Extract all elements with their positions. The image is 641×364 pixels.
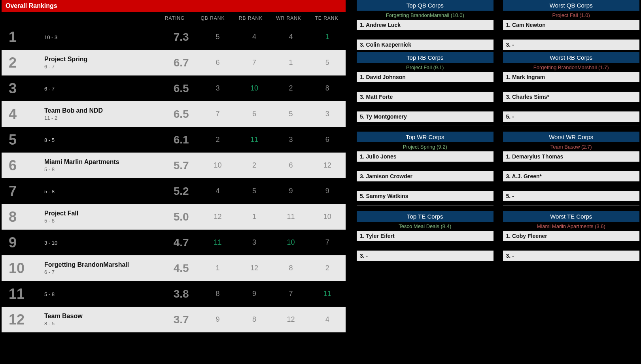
team-record: 6 - 7: [44, 269, 163, 275]
panel-divider: [357, 205, 494, 206]
panel-gap: [357, 102, 494, 111]
table-row: 93 - 104.7113107: [2, 230, 346, 255]
corps-panel: Worst TE CorpsMiami Marlin Apartments (3…: [503, 211, 640, 261]
panel-item: 3. -: [357, 251, 494, 261]
te-rank: 12: [309, 161, 346, 170]
table-title: Overall Rankings: [2, 0, 346, 12]
wr-rank: 12: [272, 315, 309, 324]
panel-item: 1. Coby Fleener: [503, 231, 640, 241]
panel-gap: [357, 162, 494, 171]
panel-item: 3. Charles Sims*: [503, 92, 640, 102]
panel-item: 3. Matt Forte: [357, 92, 494, 102]
rank-number: 7: [2, 183, 44, 200]
panel-title: Worst WR Corps: [503, 132, 640, 142]
te-rank: 3: [309, 110, 346, 118]
rb-rank: 7: [236, 58, 272, 67]
te-rank: 8: [309, 84, 346, 92]
team-cell: Miami Marlin Apartments5 - 8: [44, 158, 163, 172]
corps-panel: Top QB CorpsForgetting BrandonMarshall (…: [357, 0, 494, 50]
rb-rank: 8: [236, 315, 272, 324]
col-rb: RB RANK: [232, 15, 270, 21]
table-row: 4Team Bob and NDD11 - 26.57653: [2, 101, 346, 127]
team-name: Team Basow: [44, 313, 163, 320]
qb-rank: 4: [199, 187, 236, 195]
wr-rank: 3: [272, 136, 309, 144]
panel-subtitle: Project Fall (1.0): [503, 11, 640, 20]
rating-value: 6.7: [163, 57, 199, 69]
corps-panel: Top WR CorpsProject Spring (9.2)1. Julio…: [357, 132, 494, 201]
qb-rank: 1: [199, 264, 236, 272]
panel-divider: [357, 126, 494, 126]
team-cell: 5 - 8: [44, 188, 163, 194]
te-rank: 4: [309, 315, 346, 324]
team-name: Team Bob and NDD: [44, 107, 163, 114]
wr-rank: 1: [272, 58, 309, 67]
panel-gap: [357, 241, 494, 251]
corps-panel: Worst RB CorpsForgetting BrandonMarshall…: [503, 52, 640, 122]
rating-value: 6.5: [163, 82, 199, 95]
te-rank: 7: [309, 238, 346, 247]
rating-value: 3.7: [163, 313, 199, 326]
rating-value: 5.2: [163, 185, 199, 198]
rating-value: 5.0: [163, 211, 199, 223]
wr-rank: 10: [272, 238, 309, 247]
panel-item: 1. Andrew Luck: [357, 20, 494, 30]
rank-number: 12: [2, 311, 44, 328]
rank-number: 10: [2, 260, 44, 277]
team-record: 5 - 8: [44, 218, 163, 224]
rb-rank: 6: [236, 110, 272, 118]
qb-rank: 12: [199, 213, 236, 221]
panel-item: 3. Colin Kaepernick: [357, 40, 494, 50]
table-row: 75 - 85.24599: [2, 178, 346, 204]
rating-value: 3.8: [163, 288, 199, 300]
te-rank: 5: [309, 58, 346, 67]
panel-title: Worst QB Corps: [503, 0, 640, 11]
panel-subtitle: Project Fall (9.1): [357, 63, 494, 72]
rb-rank: 1: [236, 213, 272, 221]
panel-gap: [357, 30, 494, 40]
panel-item: 3. Jamison Crowder: [357, 171, 494, 181]
team-record: 6 - 7: [44, 86, 163, 92]
panel-item: 5. -: [503, 191, 640, 201]
wr-rank: 5: [272, 110, 309, 118]
team-name: Project Spring: [44, 56, 163, 63]
rank-number: 3: [2, 80, 44, 97]
rank-number: 1: [2, 29, 44, 45]
team-cell: 10 - 3: [44, 34, 163, 40]
rb-rank: 2: [236, 161, 272, 170]
wr-rank: 4: [272, 33, 309, 41]
panel-subtitle: Forgetting BrandonMarshall (10.0): [357, 11, 494, 20]
rank-number: 2: [2, 55, 44, 71]
table-row: 8Project Fall5 - 85.01211110: [2, 204, 346, 230]
team-record: 5 - 8: [44, 291, 163, 297]
panel-subtitle: Team Basow (2.7): [503, 142, 640, 151]
team-record: 6 - 7: [44, 64, 163, 70]
team-cell: 8 - 5: [44, 136, 163, 143]
te-rank: 1: [309, 33, 346, 41]
qb-rank: 2: [199, 136, 236, 144]
wr-rank: 7: [272, 290, 309, 298]
panel-gap: [503, 82, 640, 92]
te-rank: 2: [309, 264, 346, 272]
panel-gap: [503, 30, 640, 40]
team-cell: Team Basow8 - 5: [44, 313, 163, 326]
rb-rank: 5: [236, 187, 272, 195]
rating-value: 6.1: [163, 134, 199, 146]
team-cell: Team Bob and NDD11 - 2: [44, 107, 163, 121]
rank-number: 8: [2, 209, 44, 225]
rating-value: 4.5: [163, 262, 199, 275]
wr-rank: 2: [272, 84, 309, 92]
panel-item: 1. Julio Jones: [357, 151, 494, 162]
team-name: Forgetting BrandonMarshall: [44, 261, 163, 268]
team-cell: Forgetting BrandonMarshall6 - 7: [44, 261, 163, 275]
panel-subtitle: Tesco Meal Deals (8.4): [357, 222, 494, 231]
team-cell: 6 - 7: [44, 85, 163, 92]
rank-number: 5: [2, 132, 44, 148]
team-record: 8 - 5: [44, 137, 163, 143]
te-rank: 10: [309, 213, 346, 221]
corps-panel: Worst WR CorpsTeam Basow (2.7)1. Demaryi…: [503, 132, 640, 201]
team-cell: Project Spring6 - 7: [44, 56, 163, 70]
qb-rank: 7: [199, 110, 236, 118]
table-header: RATING QB RANK RB RANK WR RANK TE RANK: [2, 12, 346, 24]
panel-item: 1. Cam Newton: [503, 20, 640, 30]
